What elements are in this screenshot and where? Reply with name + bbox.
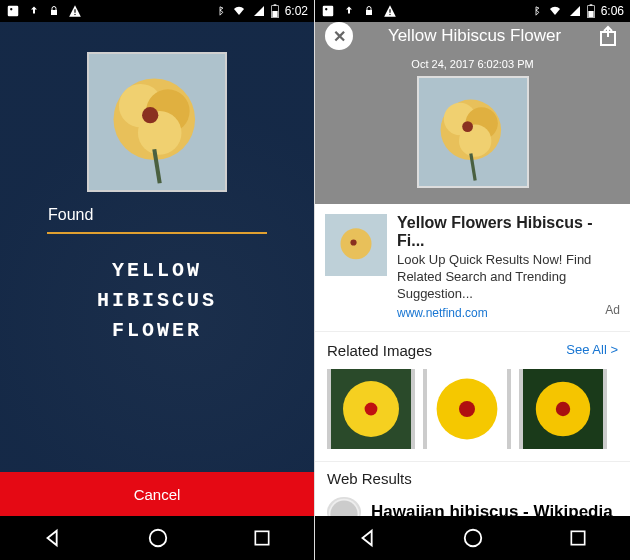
- svg-point-13: [142, 107, 158, 123]
- battery-icon: [587, 4, 595, 18]
- phone-right-results: 6:06 ✕ Yellow Hibiscus Flower Oct 24, 20…: [315, 0, 630, 560]
- upload-icon: [343, 4, 355, 18]
- web-results-title: Web Results: [315, 461, 630, 491]
- svg-rect-17: [323, 6, 334, 17]
- gallery-icon: [6, 4, 20, 18]
- phone-left-scanning: 6:02 Found YELLOW HIBISCUS: [0, 0, 315, 560]
- ad-label: Ad: [605, 303, 620, 317]
- result-header-area: Oct 24, 2017 6:02:03 PM: [315, 50, 630, 204]
- header-title: Yellow Hibiscus Flower: [353, 26, 596, 46]
- status-bar: 6:06: [315, 0, 630, 22]
- share-button[interactable]: [596, 24, 620, 48]
- battery-icon: [271, 4, 279, 18]
- svg-point-35: [350, 239, 356, 245]
- related-image-3[interactable]: [519, 369, 607, 449]
- gallery-icon: [321, 4, 335, 18]
- result-line-3: FLOWER: [97, 316, 217, 346]
- svg-rect-0: [8, 6, 19, 17]
- recent-button[interactable]: [252, 528, 272, 548]
- result-text: YELLOW HIBISCUS FLOWER: [97, 256, 217, 346]
- svg-rect-2: [51, 10, 57, 15]
- wifi-icon: [231, 5, 247, 17]
- result-image-frame: [417, 76, 529, 188]
- wifi-icon: [547, 5, 563, 17]
- svg-rect-4: [74, 14, 75, 15]
- back-button[interactable]: [357, 527, 379, 549]
- web-result-title: Hawaiian hibiscus - Wikipedia: [371, 502, 613, 516]
- signal-icon: [253, 5, 265, 17]
- warning-icon: [68, 4, 82, 18]
- lock-icon: [48, 4, 60, 18]
- home-button[interactable]: [147, 527, 169, 549]
- lock-icon: [363, 4, 375, 18]
- ad-description: Look Up Quick Results Now! Find Related …: [397, 252, 620, 303]
- scanned-image-frame: [87, 52, 227, 192]
- result-line-2: HIBISCUS: [97, 286, 217, 316]
- app-header: ✕ Yellow Hibiscus Flower: [315, 22, 630, 50]
- see-all-link[interactable]: See All >: [566, 342, 618, 359]
- scan-result-panel: Found YELLOW HIBISCUS FLOWER Cancel: [0, 22, 314, 516]
- svg-point-31: [462, 121, 473, 132]
- nav-bar: [0, 516, 314, 560]
- svg-point-44: [556, 401, 570, 415]
- upload-icon: [28, 4, 40, 18]
- back-button[interactable]: [42, 527, 64, 549]
- bluetooth-icon: [215, 4, 225, 18]
- svg-point-15: [150, 530, 167, 547]
- wikipedia-icon: [327, 497, 361, 516]
- svg-rect-48: [571, 531, 584, 544]
- ad-thumbnail: [325, 214, 387, 276]
- svg-rect-7: [273, 4, 276, 5]
- svg-rect-16: [256, 531, 269, 544]
- related-images-row: [315, 365, 630, 461]
- cancel-button[interactable]: Cancel: [0, 472, 314, 516]
- svg-rect-21: [389, 14, 390, 15]
- svg-rect-20: [389, 9, 390, 13]
- ad-url: www.netfind.com: [397, 306, 488, 320]
- bluetooth-icon: [531, 4, 541, 18]
- nav-bar: [315, 516, 630, 560]
- svg-rect-23: [588, 11, 593, 17]
- ad-result[interactable]: Yellow Flowers Hibiscus - Fi... Look Up …: [315, 204, 630, 332]
- scanned-flower-image: [89, 54, 225, 190]
- svg-point-47: [465, 530, 482, 547]
- svg-point-1: [10, 8, 12, 10]
- svg-point-38: [365, 402, 378, 415]
- svg-point-41: [459, 401, 475, 417]
- close-button[interactable]: ✕: [325, 22, 353, 50]
- svg-rect-6: [272, 11, 277, 17]
- svg-rect-3: [74, 9, 75, 13]
- warning-icon: [383, 4, 397, 18]
- related-title: Related Images: [327, 342, 432, 359]
- web-result-1[interactable]: Hawaiian hibiscus - Wikipedia: [315, 491, 630, 516]
- svg-point-18: [325, 8, 327, 10]
- recent-button[interactable]: [568, 528, 588, 548]
- related-image-1[interactable]: [327, 369, 415, 449]
- related-image-2[interactable]: [423, 369, 511, 449]
- home-button[interactable]: [462, 527, 484, 549]
- results-panel: ✕ Yellow Hibiscus Flower Oct 24, 2017 6:…: [315, 22, 630, 516]
- result-flower-image: [419, 78, 527, 186]
- ad-title: Yellow Flowers Hibiscus - Fi...: [397, 214, 620, 250]
- found-label: Found: [48, 206, 93, 224]
- status-bar: 6:02: [0, 0, 314, 22]
- related-images-header: Related Images See All >: [315, 332, 630, 365]
- timestamp: Oct 24, 2017 6:02:03 PM: [411, 58, 533, 70]
- signal-icon: [569, 5, 581, 17]
- svg-rect-19: [366, 10, 372, 15]
- svg-rect-24: [589, 4, 592, 5]
- status-clock: 6:06: [601, 4, 624, 18]
- status-clock: 6:02: [285, 4, 308, 18]
- result-line-1: YELLOW: [97, 256, 217, 286]
- divider: [47, 232, 267, 234]
